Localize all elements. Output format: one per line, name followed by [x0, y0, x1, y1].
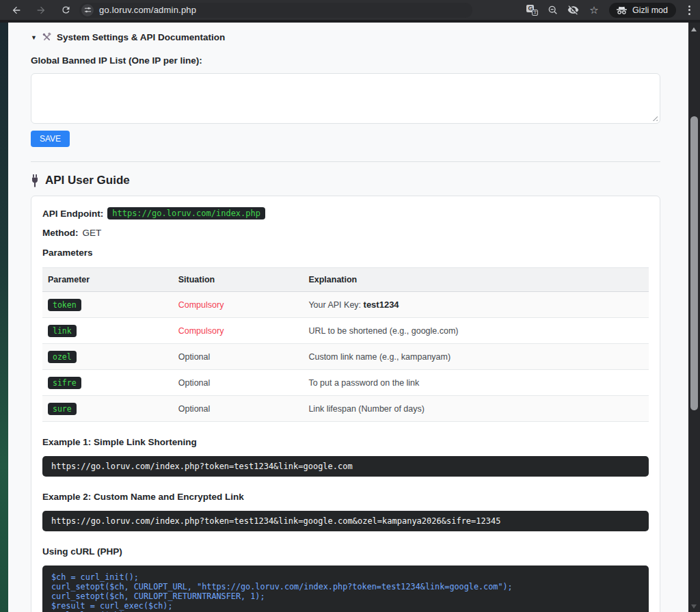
param-badge: ozel	[48, 351, 77, 363]
scrollbar-thumb[interactable]	[690, 116, 698, 410]
parameters-label: Parameters	[42, 248, 649, 258]
scroll-down-icon[interactable]	[691, 604, 697, 609]
url-text[interactable]: go.loruv.com/admin.php	[99, 5, 196, 15]
page-scrollbar[interactable]	[688, 23, 700, 612]
situation-value: Compulsory	[178, 326, 224, 336]
situation-value: Optional	[178, 378, 211, 388]
parameters-table: Parameter Situation Explanation token Co…	[42, 267, 649, 422]
example1-title: Example 1: Simple Link Shortening	[42, 437, 649, 447]
param-badge: sifre	[48, 377, 81, 389]
curl-code-line: curl_setopt($ch, CURLOPT_URL, "https://g…	[51, 582, 640, 591]
situation-value: Optional	[178, 404, 211, 414]
refresh-icon	[61, 5, 71, 15]
toolbar-shadow	[0, 20, 700, 23]
table-row: sifre Optional To put a password on the …	[42, 370, 649, 396]
table-row: link Compulsory URL to be shortened (e.g…	[42, 318, 649, 344]
example1-code: https://go.loruv.com/index.php?token=tes…	[42, 456, 649, 477]
method-label: Method:	[42, 228, 78, 238]
translate-icon: G文	[526, 5, 538, 16]
forward-button[interactable]	[31, 2, 51, 18]
bookmark-star-button[interactable]: ☆	[584, 2, 604, 18]
incognito-icon	[616, 5, 628, 15]
situation-value: Compulsory	[178, 300, 224, 310]
banned-ip-label: Global Banned IP List (One IP per line):	[31, 55, 660, 66]
explanation-value: URL to be shortened (e.g., google.com)	[308, 326, 458, 336]
forward-icon	[36, 5, 46, 16]
table-header-row: Parameter Situation Explanation	[42, 268, 649, 292]
col-header-parameter: Parameter	[42, 268, 173, 292]
api-key-value: test1234	[364, 300, 399, 310]
incognito-label: Gizli mod	[632, 5, 668, 15]
explanation-value: Custom link name (e.g., kampanyam)	[308, 352, 450, 362]
zoom-out-icon	[548, 5, 558, 16]
page-content: ▼ System Settings & API Documentation Gl…	[8, 23, 688, 612]
address-bar[interactable]: go.loruv.com/admin.php	[79, 3, 472, 18]
banned-ip-textarea[interactable]	[31, 73, 660, 124]
example2-title: Example 2: Custom Name and Encrypted Lin…	[42, 492, 649, 502]
eye-off-icon	[567, 4, 579, 16]
scroll-up-icon[interactable]	[691, 27, 697, 31]
explanation-value: Your API Key:	[308, 300, 363, 310]
api-guide-header: API User Guide	[31, 174, 660, 187]
collapse-caret-icon[interactable]: ▼	[31, 34, 37, 41]
site-settings-icon[interactable]	[81, 4, 94, 16]
curl-code-block: $ch = curl_init();curl_setopt($ch, CURLO…	[42, 566, 649, 612]
settings-section-title: System Settings & API Documentation	[57, 32, 225, 42]
resize-grip-icon[interactable]	[651, 114, 658, 121]
hammer-wrench-icon	[42, 32, 52, 42]
param-badge: token	[48, 299, 81, 311]
col-header-explanation: Explanation	[303, 268, 649, 292]
tune-icon	[84, 6, 92, 14]
plug-icon	[31, 174, 39, 187]
explanation-value: To put a password on the link	[308, 378, 419, 388]
param-badge: link	[48, 325, 77, 337]
curl-code-line: $result = curl_exec($ch);	[51, 601, 640, 611]
back-icon	[11, 5, 22, 16]
hide-eye-button[interactable]	[564, 2, 583, 18]
col-header-situation: Situation	[173, 268, 304, 292]
example2-code: https://go.loruv.com/index.php?token=tes…	[42, 511, 649, 531]
section-divider	[31, 161, 660, 162]
table-row: ozel Optional Custom link name (e.g., ka…	[42, 344, 649, 370]
browser-toolbar: go.loruv.com/admin.php G文 ☆	[0, 0, 700, 20]
back-button[interactable]	[7, 2, 26, 18]
curl-code-line: $ch = curl_init();	[51, 572, 640, 582]
endpoint-label: API Endpoint:	[42, 209, 103, 219]
param-badge: sure	[48, 403, 77, 415]
menu-icon[interactable]	[683, 3, 696, 18]
table-row: sure Optional Link lifespan (Number of d…	[42, 396, 649, 422]
api-guide-title: API User Guide	[45, 174, 130, 187]
api-guide-card: API Endpoint: https://go.loruv.com/index…	[31, 196, 660, 612]
endpoint-value-badge: https://go.loruv.com/index.php	[107, 207, 265, 219]
star-icon: ☆	[589, 5, 598, 15]
curl-title: Using cURL (PHP)	[42, 546, 649, 557]
translate-button[interactable]: G文	[523, 2, 542, 18]
curl-code-line: curl_setopt($ch, CURLOPT_RETURNTRANSFER,…	[51, 591, 640, 601]
settings-section-header[interactable]: ▼ System Settings & API Documentation	[31, 32, 660, 42]
refresh-button[interactable]	[56, 2, 75, 18]
incognito-badge[interactable]: Gizli mod	[609, 3, 676, 18]
save-button[interactable]: SAVE	[31, 131, 70, 147]
zoom-out-button[interactable]	[543, 2, 563, 18]
method-value: GET	[82, 228, 101, 238]
table-row: token Compulsory Your API Key: test1234	[42, 292, 649, 318]
explanation-value: Link lifespan (Number of days)	[308, 404, 425, 414]
situation-value: Optional	[178, 352, 211, 362]
